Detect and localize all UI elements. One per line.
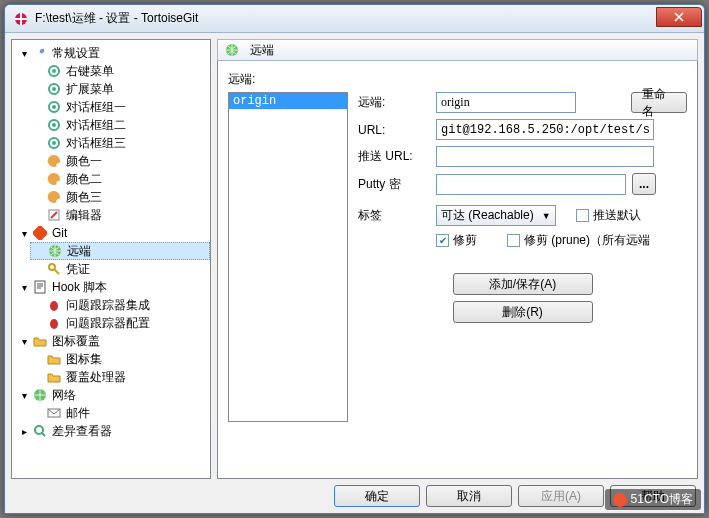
tree-pane[interactable]: ▾ 常规设置 右键菜单 扩展菜单 对话框组一 对话框组二 对话框组三 颜色一 [11, 39, 211, 479]
tree-node-remote[interactable]: 远端 [30, 242, 210, 260]
globe-icon [224, 42, 240, 58]
url-label: URL: [358, 123, 430, 137]
tag-dropdown[interactable]: 可达 (Reachable) ▼ [436, 205, 556, 226]
folder-icon [32, 333, 48, 349]
collapse-icon[interactable]: ▾ [18, 335, 30, 347]
tree-node-dlg3[interactable]: 对话框组三 [30, 134, 210, 152]
expand-icon[interactable]: ▸ [18, 425, 30, 437]
gear-icon [46, 117, 62, 133]
gear-icon [46, 81, 62, 97]
prune-checkbox[interactable]: 修剪 [436, 232, 477, 249]
close-button[interactable] [656, 7, 702, 27]
url-input[interactable] [436, 119, 654, 140]
bug-icon [46, 315, 62, 331]
tree-node-network[interactable]: ▾ 网络 [16, 386, 210, 404]
checkbox-icon [507, 234, 520, 247]
key-icon [46, 261, 62, 277]
tree-node-iconset[interactable]: 图标集 [30, 350, 210, 368]
tree-node-color2[interactable]: 颜色二 [30, 170, 210, 188]
remote-listbox[interactable]: origin [228, 92, 348, 422]
rename-button[interactable]: 重命名 [631, 92, 687, 113]
tree-node-editor[interactable]: 编辑器 [30, 206, 210, 224]
avatar-icon [613, 493, 627, 507]
tree-node-handler[interactable]: 覆盖处理器 [30, 368, 210, 386]
push-url-label: 推送 URL: [358, 148, 430, 165]
push-url-input[interactable] [436, 146, 654, 167]
svg-rect-19 [35, 281, 45, 293]
browse-button[interactable]: ... [632, 173, 656, 195]
add-save-button[interactable]: 添加/保存(A) [453, 273, 593, 295]
edit-icon [46, 207, 62, 223]
search-icon [32, 423, 48, 439]
section-header: 远端 [217, 39, 698, 61]
push-default-checkbox[interactable]: 推送默认 [576, 207, 641, 224]
tree-node-diff[interactable]: ▸ 差异查看器 [16, 422, 210, 440]
putty-key-input[interactable] [436, 174, 626, 195]
tree-node-issue-cfg[interactable]: 问题跟踪器配置 [30, 314, 210, 332]
section-body: 远端: origin 远端: 重命名 [217, 61, 698, 479]
app-icon [13, 11, 29, 27]
bug-icon [46, 297, 62, 313]
checkbox-checked-icon [436, 234, 449, 247]
list-item[interactable]: origin [229, 93, 347, 109]
tree-label: 常规设置 [52, 45, 100, 62]
ok-button[interactable]: 确定 [334, 485, 420, 507]
globe-icon [32, 387, 48, 403]
folder-icon [46, 351, 62, 367]
title-bar[interactable]: F:\test\运维 - 设置 - TortoiseGit [5, 5, 704, 33]
collapse-icon[interactable]: ▾ [18, 47, 30, 59]
putty-label: Putty 密 [358, 176, 430, 193]
gear-icon [46, 99, 62, 115]
client-area: ▾ 常规设置 右键菜单 扩展菜单 对话框组一 对话框组二 对话框组三 颜色一 [5, 33, 704, 513]
tree-node-dlg1[interactable]: 对话框组一 [30, 98, 210, 116]
wrench-icon [32, 45, 48, 61]
cancel-button[interactable]: 取消 [426, 485, 512, 507]
right-pane: 远端 远端: origin 远端: 重命名 [217, 39, 698, 479]
gear-icon [46, 135, 62, 151]
collapse-icon[interactable]: ▾ [18, 281, 30, 293]
section-title: 远端 [250, 42, 274, 59]
prune-all-checkbox[interactable]: 修剪 (prune)（所有远端 [507, 232, 650, 249]
svg-point-12 [52, 123, 56, 127]
svg-point-8 [52, 87, 56, 91]
tree-node-ext[interactable]: 扩展菜单 [30, 80, 210, 98]
git-icon [32, 225, 48, 241]
remote-form: 远端: 重命名 URL: 推送 URL: [358, 92, 687, 422]
remote-name-input[interactable] [436, 92, 576, 113]
tree-node-color1[interactable]: 颜色一 [30, 152, 210, 170]
palette-icon [46, 189, 62, 205]
script-icon [32, 279, 48, 295]
settings-tree[interactable]: ▾ 常规设置 右键菜单 扩展菜单 对话框组一 对话框组二 对话框组三 颜色一 [12, 44, 210, 440]
tree-node-hook[interactable]: ▾ Hook 脚本 [16, 278, 210, 296]
remote-name-label: 远端: [358, 94, 430, 111]
tree-node-git[interactable]: ▾ Git [16, 224, 210, 242]
tag-label: 标签 [358, 207, 430, 224]
gear-icon [46, 63, 62, 79]
tree-node-cred[interactable]: 凭证 [30, 260, 210, 278]
tree-node-dlg2[interactable]: 对话框组二 [30, 116, 210, 134]
tree-node-color3[interactable]: 颜色三 [30, 188, 210, 206]
delete-button[interactable]: 删除(R) [453, 301, 593, 323]
checkbox-icon [576, 209, 589, 222]
svg-point-6 [52, 69, 56, 73]
tree-node-issue-int[interactable]: 问题跟踪器集成 [30, 296, 210, 314]
tree-node-general[interactable]: ▾ 常规设置 [16, 44, 210, 62]
chevron-down-icon: ▼ [542, 211, 551, 221]
tree-node-overlay[interactable]: ▾ 图标覆盖 [16, 332, 210, 350]
globe-icon [47, 243, 63, 259]
svg-point-21 [50, 319, 58, 329]
remote-list-label: 远端: [228, 71, 687, 88]
window-title: F:\test\运维 - 设置 - TortoiseGit [35, 10, 656, 27]
dialog-footer: 确定 取消 应用(A) 帮助 [11, 479, 698, 507]
palette-icon [46, 153, 62, 169]
apply-button[interactable]: 应用(A) [518, 485, 604, 507]
tree-node-mail[interactable]: 邮件 [30, 404, 210, 422]
collapse-icon[interactable]: ▾ [18, 389, 30, 401]
settings-window: F:\test\运维 - 设置 - TortoiseGit ▾ 常规设置 [4, 4, 705, 514]
svg-rect-2 [15, 18, 27, 20]
tree-node-context[interactable]: 右键菜单 [30, 62, 210, 80]
watermark: 51CTO博客 [605, 489, 701, 510]
svg-point-14 [52, 141, 56, 145]
palette-icon [46, 171, 62, 187]
collapse-icon[interactable]: ▾ [18, 227, 30, 239]
